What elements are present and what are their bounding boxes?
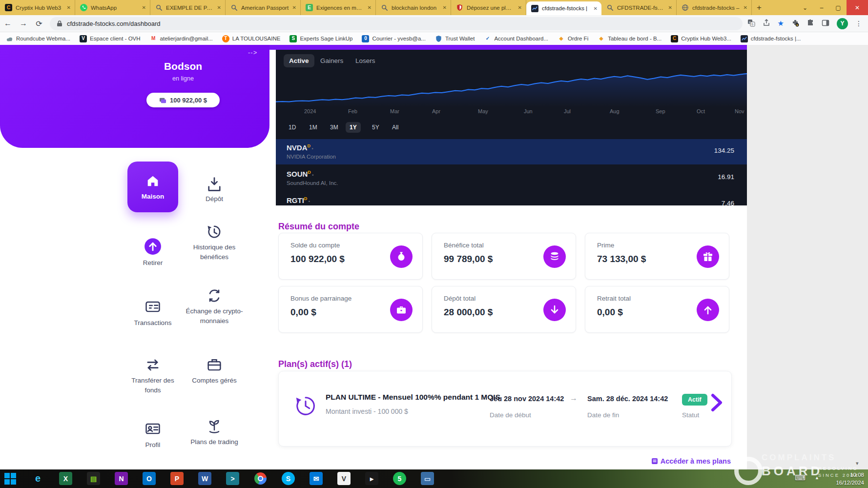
crypto-exchange-icon[interactable] (206, 287, 223, 305)
browser-tab[interactable]: American Passport✕ (226, 0, 301, 15)
bookmark-item[interactable]: VEspace client - OVH (80, 35, 141, 42)
sidebar-item-comptes-g-r-s[interactable]: Comptes gérés (184, 376, 245, 386)
taskbar-icon-teams[interactable]: > (226, 472, 239, 485)
stock-row-rgti[interactable]: RGTID •7.46 (276, 192, 747, 205)
managed-accounts-icon[interactable] (206, 356, 223, 374)
tab-close-icon[interactable]: ✕ (668, 5, 672, 10)
sidebar-item-retirer[interactable]: Retirer (123, 258, 183, 268)
range-button-1d[interactable]: 1D (285, 122, 300, 133)
browser-tab[interactable]: Déposez une plaint✕ (451, 0, 526, 15)
extensions-puzzle-icon[interactable] (806, 19, 814, 28)
bookmark-item[interactable]: Trust Wallet (435, 35, 475, 42)
taskbar-icon-onenote[interactable]: N (115, 472, 128, 485)
stock-row-soun[interactable]: SOUND •SoundHound AI, Inc.16.91 (276, 165, 747, 192)
bookmark-item[interactable]: ◆Tableau de bord - B... (598, 35, 661, 42)
history-icon[interactable] (206, 223, 223, 241)
tab-close-icon[interactable]: ✕ (594, 6, 598, 11)
balance-pill[interactable]: 100 922,00 $ (146, 93, 220, 107)
browser-tab[interactable]: EExigences en matiè✕ (301, 0, 376, 15)
sidebar-item--change-de-crypto-monnaies[interactable]: Échange de crypto-monnaies (184, 306, 245, 325)
transactions-icon[interactable] (144, 298, 162, 315)
range-button-all[interactable]: All (388, 122, 402, 133)
translate-icon[interactable]: ab (747, 19, 755, 28)
taskbar-clock[interactable]: 10:08 16/12/2024 (836, 471, 864, 487)
bookmark-item[interactable]: cfdstrade-fstocks |... (741, 35, 801, 42)
sidebar-collapse-arrow[interactable]: --> (248, 49, 257, 56)
minimize-button[interactable]: – (813, 0, 830, 15)
profile-avatar[interactable]: Y (837, 18, 848, 29)
browser-tab[interactable]: cfdstrade-fstocks |✕ (526, 1, 601, 15)
taskbar-icon-start[interactable] (3, 472, 17, 485)
scroll-down-icon[interactable]: ▾ (856, 460, 859, 467)
tab-close-icon[interactable]: ✕ (292, 5, 296, 10)
taskbar-icon-photos[interactable]: ▤ (87, 472, 100, 485)
bookmark-item[interactable]: ◆Ordre Fi (558, 35, 588, 42)
tab-close-icon[interactable]: ✕ (368, 5, 372, 10)
tab-close-icon[interactable]: ✕ (67, 5, 71, 10)
menu-kebab-icon[interactable]: ⋮ (855, 20, 862, 27)
sidebar-item-plans-de-trading[interactable]: Plans de trading (184, 437, 245, 447)
sidebar-item-profil[interactable]: Profil (123, 440, 183, 450)
tab-search-chevron-icon[interactable]: ⌄ (797, 0, 813, 15)
new-tab-button[interactable]: + (752, 0, 766, 15)
bookmark-item[interactable]: Roundcube Webma... (6, 35, 70, 42)
range-button-5y[interactable]: 5Y (368, 122, 383, 133)
share-icon[interactable] (763, 19, 770, 28)
market-tab-losers[interactable]: Losers (350, 54, 381, 67)
plan-chevron-icon[interactable] (710, 393, 723, 412)
taskbar-icon-display[interactable]: ▭ (421, 472, 434, 485)
taskbar-icon-spotify[interactable]: 5 (393, 472, 406, 485)
range-button-1m[interactable]: 1M (305, 122, 321, 133)
sidebar-item-maison[interactable]: Maison (127, 162, 178, 212)
withdraw-icon[interactable] (144, 238, 162, 255)
browser-tab[interactable]: CFDSTRADE-fstock✕ (601, 0, 677, 15)
bookmark-item[interactable]: TLA TOULOUSAINE (222, 35, 281, 42)
taskbar-icon-outlook[interactable]: O (143, 472, 156, 485)
touch-keyboard-icon[interactable]: ⌨ (795, 473, 806, 482)
bookmark-star-icon[interactable]: ★ (778, 19, 784, 28)
taskbar-icon-edge[interactable]: e (31, 472, 44, 485)
tab-close-icon[interactable]: ✕ (518, 5, 522, 10)
range-button-3m[interactable]: 3M (326, 122, 342, 133)
taskbar-icon-vlc[interactable]: V (337, 472, 351, 485)
transfer-icon[interactable] (144, 356, 162, 374)
browser-tab[interactable]: EXEMPLE DE PASSE✕ (150, 0, 226, 15)
market-tab-gainers[interactable]: Gainers (315, 54, 349, 67)
bookmark-item[interactable]: SExperts Sage LinkUp (289, 35, 352, 42)
stock-row-nvda[interactable]: NVDAD •NVIDIA Corporation134.25 (276, 139, 747, 164)
tab-close-icon[interactable]: ✕ (443, 5, 447, 10)
taskbar-icon-word[interactable]: W (198, 472, 211, 485)
tab-close-icon[interactable]: ✕ (142, 5, 146, 10)
taskbar-icon-skype[interactable]: S (282, 472, 295, 485)
sidebar-item-historique-des-b-n-fices[interactable]: Historique des bénéfices (184, 243, 245, 262)
forward-button[interactable]: → (16, 19, 31, 28)
taskbar-icon-excel[interactable]: X (59, 472, 72, 485)
maximize-button[interactable]: ▢ (830, 0, 847, 15)
close-window-button[interactable]: ✕ (847, 0, 868, 15)
range-button-1y[interactable]: 1Y (346, 122, 361, 133)
browser-tab[interactable]: WhatsApp✕ (75, 0, 150, 15)
sidebar-item-transf-rer-des-fonds[interactable]: Transférer des fonds (123, 376, 183, 395)
browser-tab[interactable]: cfdstrade-fstocks –✕ (677, 0, 752, 15)
taskbar-icon-store[interactable]: ▸ (365, 472, 378, 485)
trading-plans-icon[interactable] (206, 417, 223, 434)
bookmark-item[interactable]: ✓Account Dashboard... (484, 35, 548, 42)
taskbar-icon-chrome[interactable] (254, 472, 267, 485)
bookmark-item[interactable]: 0Courrier - yvesb@a... (362, 35, 425, 42)
profile-icon[interactable] (144, 420, 162, 437)
taskbar-icon-powerpoint[interactable]: P (170, 472, 184, 485)
deposit-icon[interactable] (206, 176, 223, 193)
bookmark-item[interactable]: Matelierjardin@gmail... (150, 35, 213, 42)
browser-tab[interactable]: blockchain london✕ (376, 0, 451, 15)
sidebar-item-d-p-t[interactable]: Dépôt (184, 194, 245, 204)
taskbar-icon-mail[interactable]: ✉ (310, 472, 323, 485)
extension-lock-icon[interactable] (791, 19, 799, 28)
side-panel-icon[interactable] (822, 19, 829, 28)
address-bar[interactable]: cfdstrade-fstocks.com/dashboard (50, 17, 743, 30)
access-plans-link[interactable]: Accéder à mes plans (561, 457, 731, 465)
reload-button[interactable]: ⟳ (31, 19, 47, 28)
tab-close-icon[interactable]: ✕ (744, 5, 747, 10)
tab-close-icon[interactable]: ✕ (217, 5, 221, 10)
browser-tab[interactable]: CCryptix Hub Web3✕ (0, 0, 75, 15)
plan-card[interactable]: PLAN ULTIME - Mensuel 100%% pendant 1 MO… (278, 371, 732, 447)
